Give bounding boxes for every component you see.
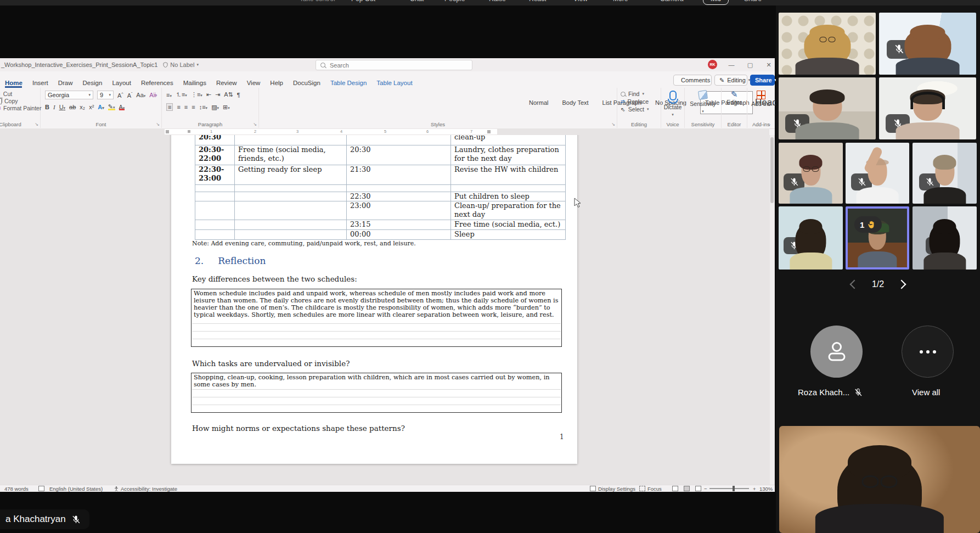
- grow-font-button[interactable]: A^: [117, 92, 123, 99]
- language-status[interactable]: English (United States): [49, 485, 103, 492]
- search-input[interactable]: [329, 61, 468, 69]
- tab-home[interactable]: Home: [0, 78, 27, 88]
- dialog-launcher-icon[interactable]: ↘: [611, 122, 615, 127]
- style-normal[interactable]: Normal: [529, 99, 548, 106]
- font-size-select[interactable]: 9▾: [97, 91, 114, 99]
- dictate-button[interactable]: Dictate ▾: [661, 90, 684, 117]
- restore-button[interactable]: ▢: [742, 58, 758, 71]
- vertical-scrollbar[interactable]: [770, 135, 774, 485]
- video-tile[interactable]: [879, 13, 976, 75]
- superscript-button[interactable]: x²: [89, 104, 94, 110]
- document-page[interactable]: 20:30clean-up 20:30-22:00Free time (soci…: [171, 135, 577, 464]
- chat-button[interactable]: Chat: [410, 0, 424, 3]
- video-tile[interactable]: [779, 77, 876, 139]
- raise-button[interactable]: Raise: [489, 0, 506, 3]
- empty-answer-row[interactable]: [192, 397, 561, 405]
- minimize-button[interactable]: —: [723, 58, 740, 71]
- next-page-button[interactable]: [897, 280, 906, 289]
- display-settings-button[interactable]: Display Settings: [590, 485, 635, 492]
- share-button[interactable]: Share: [744, 0, 762, 3]
- people-button[interactable]: People: [444, 0, 465, 3]
- format-painter-button[interactable]: Format Painter: [0, 105, 41, 111]
- pop-out-button[interactable]: Pop Out: [351, 0, 375, 3]
- mic-button[interactable]: Mic: [703, 0, 729, 5]
- tab-docusign[interactable]: DocuSign: [288, 78, 325, 88]
- dialog-launcher-icon[interactable]: ↘: [156, 122, 160, 127]
- close-button[interactable]: ✕: [761, 58, 777, 71]
- find-button[interactable]: Find▾: [621, 91, 649, 97]
- scrollbar-thumb[interactable]: [770, 137, 774, 203]
- word-search[interactable]: [316, 60, 472, 70]
- borders-button[interactable]: ⊞▾: [223, 104, 230, 111]
- align-center-button[interactable]: ≡: [177, 104, 180, 110]
- empty-answer-row[interactable]: [192, 389, 561, 397]
- shrink-font-button[interactable]: Aˇ: [127, 92, 133, 99]
- underline-button[interactable]: U▾: [59, 104, 65, 110]
- justify-button[interactable]: ≡: [192, 104, 195, 110]
- copy-button[interactable]: Copy: [0, 98, 41, 104]
- ruler-right-indent-marker[interactable]: [487, 130, 491, 133]
- bullet-list-button[interactable]: ≡▾: [166, 92, 172, 98]
- zoom-level[interactable]: 130%: [759, 485, 773, 492]
- previous-page-button[interactable]: [849, 280, 859, 289]
- video-tile[interactable]: [879, 77, 976, 139]
- show-paragraph-marks-button[interactable]: ¶: [237, 92, 240, 98]
- italic-button[interactable]: I: [53, 104, 55, 110]
- tab-design[interactable]: Design: [78, 78, 108, 88]
- focus-button[interactable]: Focus: [639, 485, 662, 492]
- font-color-button[interactable]: A▾: [119, 104, 125, 110]
- bold-button[interactable]: B: [45, 104, 49, 110]
- change-case-button[interactable]: Aa▾: [136, 92, 145, 98]
- horizontal-ruler[interactable]: 1 2 3 4 5 6 7: [165, 129, 497, 134]
- font-family-select[interactable]: Georgia▾: [45, 91, 93, 99]
- read-mode-button[interactable]: [672, 486, 678, 491]
- word-count[interactable]: 478 words: [4, 485, 29, 492]
- tab-mailings[interactable]: Mailings: [178, 78, 211, 88]
- tab-table-layout[interactable]: Table Layout: [371, 78, 417, 88]
- video-tile-raised-hand[interactable]: 1: [846, 206, 909, 270]
- participant-avatar[interactable]: [810, 326, 863, 378]
- take-control-button[interactable]: Take control: [300, 0, 335, 3]
- comments-button[interactable]: Comments: [673, 75, 712, 86]
- video-tile[interactable]: [779, 143, 843, 204]
- video-tile[interactable]: [779, 206, 843, 270]
- sensitivity-label[interactable]: No Label ▾: [163, 61, 199, 68]
- tab-help[interactable]: Help: [265, 78, 288, 88]
- answer-box-2[interactable]: Shopping, clean-up, cooking, lesson prep…: [191, 373, 562, 413]
- tab-table-design[interactable]: Table Design: [325, 78, 371, 88]
- line-spacing-button[interactable]: ↕≡▾: [199, 104, 207, 110]
- share-document-button[interactable]: Share ▾: [750, 75, 775, 86]
- print-layout-button[interactable]: [684, 486, 690, 491]
- editor-button[interactable]: ✎ Editor: [722, 90, 747, 105]
- web-layout-button[interactable]: [695, 486, 701, 491]
- empty-answer-row[interactable]: [192, 323, 561, 331]
- addins-button[interactable]: Add-ins: [747, 90, 775, 107]
- increase-indent-button[interactable]: ⇥: [215, 91, 220, 98]
- select-button[interactable]: ⇖Select▾: [621, 106, 649, 113]
- video-tile[interactable]: [846, 143, 909, 204]
- clear-formatting-button[interactable]: A𝄫: [149, 92, 157, 99]
- decrease-indent-button[interactable]: ⇤: [206, 91, 211, 98]
- tab-references[interactable]: References: [136, 78, 178, 88]
- zoom-out-button[interactable]: −: [704, 485, 707, 492]
- empty-answer-row[interactable]: [192, 331, 561, 339]
- align-right-button[interactable]: ≡: [184, 104, 188, 110]
- account-avatar[interactable]: RK: [708, 60, 717, 69]
- answer-box-1[interactable]: Women schedule includes paid and unpaid …: [191, 289, 562, 347]
- collapse-ribbon-icon[interactable]: ⌄: [767, 121, 771, 127]
- shading-button[interactable]: ▨▾: [211, 104, 219, 111]
- multilevel-list-button[interactable]: ⋮≡▾: [191, 91, 202, 98]
- camera-button[interactable]: Camera: [660, 0, 684, 3]
- view-button[interactable]: View: [573, 0, 588, 3]
- ruler-margin-marker[interactable]: [166, 130, 169, 133]
- more-button[interactable]: More: [613, 0, 628, 3]
- zoom-slider[interactable]: [709, 485, 749, 492]
- video-tile[interactable]: [779, 13, 876, 75]
- editing-mode-button[interactable]: ✎ Editing ▾: [714, 75, 747, 86]
- style-body-text[interactable]: Body Text: [562, 99, 588, 106]
- video-tile[interactable]: [913, 143, 977, 204]
- replace-button[interactable]: ⇄Replace: [621, 98, 649, 105]
- active-speaker-video[interactable]: [779, 426, 980, 533]
- text-effects-button[interactable]: A▾: [98, 104, 104, 110]
- view-all-button[interactable]: [902, 326, 954, 378]
